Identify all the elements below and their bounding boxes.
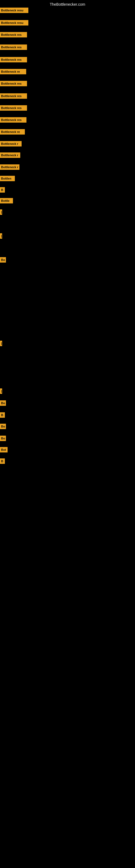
bar-label: Bottleneck res: [0, 93, 27, 99]
bar-item: B: [0, 412, 5, 418]
bar-item: |: [0, 389, 2, 394]
bar-item: |: [0, 341, 2, 346]
bar-label: Bottleneck re: [0, 129, 25, 134]
bar-item: Bottleneck res: [0, 105, 27, 111]
bar-label: Bottleneck resu: [0, 20, 28, 26]
bar-item: Bottleneck re: [0, 129, 25, 134]
bar-item: B: [0, 458, 5, 464]
bar-item: Bottleneck res: [0, 32, 27, 37]
bar-item: Bottleneck res: [0, 117, 27, 123]
bar-item: Bo: [0, 424, 6, 429]
bar-item: Bottleneck res: [0, 81, 27, 86]
bar-label: Bottleneck res: [0, 32, 27, 37]
bar-item: Bottleneck r: [0, 152, 20, 158]
bar-label: Bottleneck re: [0, 69, 26, 74]
bar-label: Bottlen: [0, 176, 15, 181]
bar-item: Bottleneck res: [0, 93, 27, 99]
bar-label: Bottle: [0, 198, 13, 204]
bar-label: Bottleneck res: [0, 105, 27, 111]
bar-label: B: [0, 458, 5, 464]
bar-item: |: [0, 209, 2, 215]
bar-item: Bot: [0, 447, 8, 453]
bar-label: Bo: [0, 400, 6, 406]
bar-item: Bottle: [0, 198, 13, 204]
bar-label: Bottleneck res: [0, 57, 27, 62]
bar-label: B: [0, 412, 5, 418]
bar-label: |: [0, 233, 2, 239]
bar-item: Bo: [0, 436, 6, 441]
bar-label: B: [0, 187, 5, 193]
bar-label: Bottleneck r: [0, 164, 19, 170]
bar-item: Bottleneck res: [0, 57, 27, 62]
bar-label: Bottleneck res: [0, 81, 27, 86]
bar-label: |: [0, 389, 2, 394]
bar-label: Bottleneck r: [0, 152, 20, 158]
bar-item: Bottleneck res: [0, 44, 27, 50]
bar-label: Bot: [0, 447, 8, 453]
bar-item: Bottleneck resu: [0, 20, 28, 26]
bar-label: Bo: [0, 257, 6, 262]
bar-item: Bottleneck r: [0, 164, 19, 170]
bar-label: Bo: [0, 436, 6, 441]
bar-label: Bottleneck resu: [0, 8, 28, 13]
bar-item: Bottleneck r: [0, 141, 21, 147]
bar-item: Bo: [0, 257, 6, 262]
bar-item: Bo: [0, 400, 6, 406]
bar-label: Bottleneck res: [0, 117, 27, 123]
bar-item: |: [0, 233, 2, 239]
bar-label: Bottleneck r: [0, 141, 21, 147]
bar-label: |: [0, 209, 2, 215]
bar-item: Bottleneck re: [0, 69, 26, 74]
bar-label: |: [0, 341, 2, 346]
bar-label: Bo: [0, 424, 6, 429]
bar-label: Bottleneck res: [0, 44, 27, 50]
bar-item: B: [0, 187, 5, 193]
bar-item: Bottleneck resu: [0, 8, 28, 13]
bar-item: Bottlen: [0, 176, 15, 181]
